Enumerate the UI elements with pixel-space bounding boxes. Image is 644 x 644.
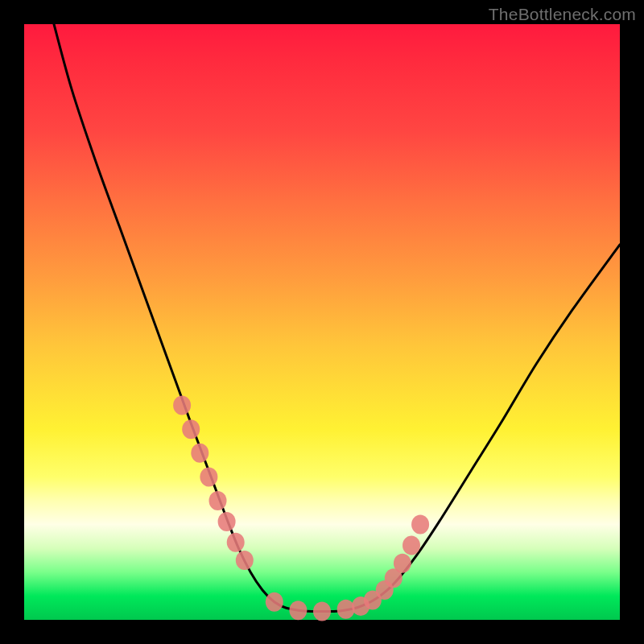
chart-frame: TheBottleneck.com: [0, 0, 644, 644]
curve-line: [54, 24, 620, 612]
data-marker: [289, 601, 307, 620]
data-marker: [337, 600, 355, 619]
data-marker: [266, 592, 283, 612]
data-markers: [173, 396, 429, 621]
data-marker: [411, 515, 429, 535]
chart-overlay: [24, 24, 620, 620]
data-marker: [236, 551, 254, 570]
data-marker: [209, 491, 227, 510]
data-marker: [182, 419, 200, 439]
watermark-text: TheBottleneck.com: [489, 5, 636, 24]
data-marker: [227, 533, 245, 552]
data-marker: [394, 554, 411, 573]
data-marker: [173, 396, 191, 415]
data-marker: [313, 602, 331, 621]
data-marker: [218, 512, 236, 531]
data-marker: [402, 536, 420, 555]
data-marker: [200, 467, 217, 486]
data-marker: [191, 444, 208, 463]
